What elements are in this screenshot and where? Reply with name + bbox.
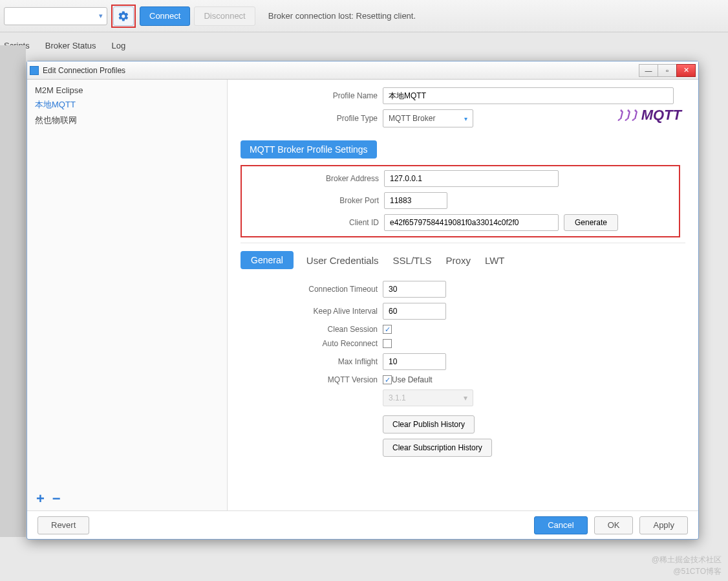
maximize-button[interactable]: ▫ xyxy=(658,64,677,77)
tab-log[interactable]: Log xyxy=(112,41,126,50)
app-icon xyxy=(30,66,39,75)
profile-name-label: Profile Name xyxy=(241,91,383,100)
profile-list: M2M Eclipse 本地MQTT 然也物联网 xyxy=(27,80,227,487)
keep-alive-label: Keep Alive Interval xyxy=(241,307,383,316)
profile-dropdown[interactable]: ▾ xyxy=(4,7,107,25)
connection-timeout-input[interactable] xyxy=(383,281,446,298)
mqtt-version-select: 3.1.1 ▾ xyxy=(383,389,473,406)
edit-connection-profiles-dialog: Edit Connection Profiles — ▫ ✕ M2M Eclip… xyxy=(27,61,699,540)
mqtt-logo: ⟯⟯⟯ MQTT xyxy=(617,107,681,124)
ok-button[interactable]: OK xyxy=(594,516,634,534)
dialog-footer: Revert Cancel OK Apply xyxy=(27,510,698,539)
tab-broker-status[interactable]: Broker Status xyxy=(45,41,96,50)
generate-client-id-button[interactable]: Generate xyxy=(564,214,618,231)
profiles-sidebar: M2M Eclipse 本地MQTT 然也物联网 + − xyxy=(27,80,228,510)
connection-timeout-label: Connection Timeout xyxy=(241,285,383,294)
tab-user-credentials[interactable]: User Credentials xyxy=(305,252,380,269)
chevron-down-icon: ▾ xyxy=(464,115,467,122)
profile-type-select[interactable]: MQTT Broker ▾ xyxy=(383,109,473,127)
settings-tabs: General User Credentials SSL/TLS Proxy L… xyxy=(241,251,685,269)
chevron-down-icon: ▾ xyxy=(464,393,467,402)
auto-reconnect-checkbox[interactable] xyxy=(383,339,392,348)
tab-ssl-tls[interactable]: SSL/TLS xyxy=(392,252,433,269)
minimize-button[interactable]: — xyxy=(639,64,658,77)
max-inflight-label: Max Inflight xyxy=(241,357,383,366)
clean-session-label: Clean Session xyxy=(241,325,383,334)
close-button[interactable]: ✕ xyxy=(676,64,696,77)
clear-publish-history-button[interactable]: Clear Publish History xyxy=(383,415,475,433)
client-id-label: Client ID xyxy=(242,218,384,227)
mqtt-version-label: MQTT Version xyxy=(241,375,383,384)
broker-address-label: Broker Address xyxy=(242,174,384,183)
clean-session-checkbox[interactable] xyxy=(383,325,392,334)
connect-button[interactable]: Connect xyxy=(140,6,190,26)
apply-button[interactable]: Apply xyxy=(639,516,688,534)
revert-button[interactable]: Revert xyxy=(37,516,89,534)
use-default-label: Use Default xyxy=(392,375,433,384)
gear-icon xyxy=(118,10,129,22)
gear-highlight-box xyxy=(111,5,136,28)
profile-settings-panel: Profile Name Profile Type MQTT Broker ▾ … xyxy=(228,80,698,510)
background-panel xyxy=(0,45,26,537)
broker-address-input[interactable] xyxy=(384,170,559,187)
settings-button[interactable] xyxy=(113,6,134,26)
window-controls: — ▫ ✕ xyxy=(639,64,696,77)
auto-reconnect-label: Auto Reconnect xyxy=(241,339,383,348)
add-profile-button[interactable]: + xyxy=(36,492,45,506)
profile-name-input[interactable] xyxy=(383,87,674,104)
use-default-checkbox[interactable] xyxy=(383,375,392,384)
sidebar-footer: + − xyxy=(27,487,227,510)
main-toolbar: ▾ Connect Disconnect Broker connection l… xyxy=(0,0,728,32)
keep-alive-input[interactable] xyxy=(383,303,446,320)
clear-subscription-history-button[interactable]: Clear Subscription History xyxy=(383,439,492,457)
tab-proxy[interactable]: Proxy xyxy=(445,252,472,269)
watermark: @稀土掘金技术社区 @51CTO博客 xyxy=(652,554,722,577)
profile-item[interactable]: 本地MQTT xyxy=(27,97,227,113)
profile-item[interactable]: M2M Eclipse xyxy=(27,83,227,97)
tab-general[interactable]: General xyxy=(241,251,294,269)
broker-highlight-box: Broker Address Broker Port Client ID Gen… xyxy=(241,165,680,237)
connection-status-text: Broker connection lost: Resetting client… xyxy=(268,11,416,21)
dialog-title-bar: Edit Connection Profiles — ▫ ✕ xyxy=(27,61,698,80)
profile-type-value: MQTT Broker xyxy=(389,114,435,123)
broker-port-input[interactable] xyxy=(384,192,447,209)
disconnect-button[interactable]: Disconnect xyxy=(194,6,255,26)
max-inflight-input[interactable] xyxy=(383,353,446,370)
client-id-input[interactable] xyxy=(384,214,559,231)
tab-lwt[interactable]: LWT xyxy=(484,252,506,269)
main-tabs: Scripts Broker Status Log xyxy=(0,32,728,50)
mqtt-version-value: 3.1.1 xyxy=(389,393,406,402)
divider xyxy=(241,243,685,243)
broker-settings-header: MQTT Broker Profile Settings xyxy=(241,140,377,159)
remove-profile-button[interactable]: − xyxy=(52,492,61,506)
profile-item[interactable]: 然也物联网 xyxy=(27,113,227,128)
dialog-title: Edit Connection Profiles xyxy=(43,66,125,75)
mqtt-logo-icon: ⟯⟯⟯ xyxy=(617,107,639,124)
cancel-button[interactable]: Cancel xyxy=(534,516,587,534)
profile-type-label: Profile Type xyxy=(241,114,383,123)
broker-port-label: Broker Port xyxy=(242,196,384,205)
